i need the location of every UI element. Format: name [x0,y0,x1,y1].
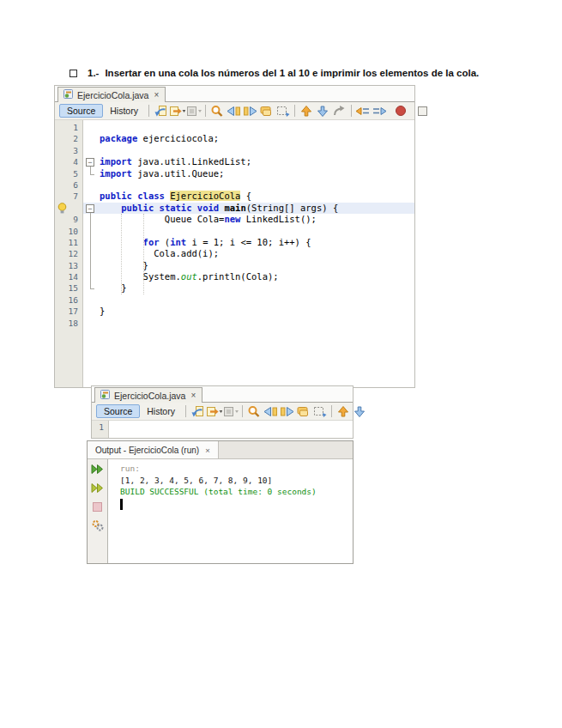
indent-guide [121,214,122,294]
next-bookmark-icon[interactable] [352,404,368,419]
rectangular-selection-icon[interactable] [275,104,291,118]
fold-margin [83,191,100,202]
code-line[interactable]: 11 for (int i = 1; i <= 10; i++) { [55,237,414,248]
toolbar-separator [331,405,332,417]
fold-margin [83,145,100,156]
find-previous-icon[interactable] [263,404,279,419]
previous-bookmark-icon[interactable] [335,404,352,419]
find-next-icon[interactable] [279,404,295,419]
line-number: 3 [55,145,83,156]
find-icon[interactable] [209,104,226,118]
line-number: 6 [55,179,83,191]
fold-margin [83,260,100,271]
code-text: } [100,282,127,294]
code-line-body: −import java.util.LinkedList; [83,156,414,167]
back-dropdown-icon[interactable] [206,404,222,419]
editor-first-line[interactable]: 1 [92,421,353,438]
code-line[interactable]: 3 [55,145,414,156]
output-console[interactable]: run:[1, 2, 3, 4, 5, 6, 7, 8, 9, 10]BUILD… [108,459,353,563]
fold-margin [83,306,100,317]
console-line: run: [120,463,353,475]
hint-lightbulb-icon[interactable] [55,203,83,214]
stop-build-icon[interactable] [91,500,105,513]
diff-dropdown-icon[interactable] [222,404,239,419]
editor-code-rows: 12package ejerciciocola;34−import java.u… [55,120,414,329]
output-tab-title: Output - EjercicioCola (run) [95,446,199,455]
find-icon[interactable] [246,404,263,419]
shift-line-left-icon[interactable] [355,104,372,118]
back-dropdown-icon[interactable] [169,104,185,118]
tab-label: EjercicioCola.java [77,90,148,100]
line-number: 10 [55,226,83,237]
fold-margin [83,214,100,225]
rectangular-selection-icon[interactable] [311,404,328,419]
toggle-highlight-icon[interactable] [295,404,311,419]
code-line[interactable]: 6 [55,179,414,191]
find-next-icon[interactable] [242,104,258,118]
re-run-icon[interactable] [91,463,105,475]
source-view-button[interactable]: Source [96,404,140,418]
toolbar-separator [242,405,243,417]
line-number: 18 [55,318,83,329]
build-settings-icon[interactable] [91,519,105,531]
fold-margin [83,226,100,237]
current-line-highlight: − public static void main(String[] args)… [83,203,414,214]
text-caret [120,499,123,510]
toolbar-icon-group [153,104,431,118]
code-line[interactable]: 7public class EjercicioCola { [55,191,414,202]
last-edit-position-icon[interactable] [190,404,206,419]
shift-line-right-icon[interactable] [372,104,388,118]
fold-margin[interactable]: − [83,156,100,167]
code-line[interactable]: 18 [55,318,414,329]
code-line[interactable]: 5import java.util.Queue; [55,168,414,179]
code-line[interactable]: 10 [55,226,414,237]
code-text: import java.util.LinkedList; [100,156,251,167]
line-number: 11 [55,237,83,248]
output-tab[interactable]: Output - EjercicioCola (run) × [88,441,219,458]
line-number: 14 [55,271,83,282]
next-bookmark-icon[interactable] [315,104,331,118]
code-line-body [83,145,414,156]
fold-margin[interactable]: − [83,203,100,214]
code-line[interactable]: 12 Cola.add(i); [55,248,414,259]
code-editor-area[interactable]: 12package ejerciciocola;34−import java.u… [55,120,414,387]
console-line: [1, 2, 3, 4, 5, 6, 7, 8, 9, 10] [120,475,353,487]
tab-close-icon[interactable]: × [190,391,196,400]
code-line[interactable]: 1 [55,122,414,133]
code-line-body: package ejerciciocola; [83,133,414,144]
tab-close-icon[interactable]: × [154,90,159,100]
fold-margin [83,294,100,306]
record-macro-icon[interactable] [393,104,409,118]
code-line[interactable]: 2package ejerciciocola; [55,133,414,144]
line-number: 1 [92,421,109,438]
code-line[interactable]: 16 [55,294,414,306]
code-line-body: Cola.add(i); [83,248,414,259]
code-line-body: System.out.println(Cola); [83,271,414,282]
code-line[interactable]: − public static void main(String[] args)… [55,203,414,214]
previous-bookmark-icon[interactable] [299,104,315,118]
history-view-button[interactable]: History [140,405,182,417]
source-view-button[interactable]: Source [59,104,103,118]
re-run-alt-icon[interactable] [91,482,105,494]
diff-dropdown-icon[interactable] [185,104,202,118]
code-text: Queue Cola=new LinkedList(); [100,214,317,225]
code-line[interactable]: 14 System.out.println(Cola); [55,271,414,282]
stop-macro-icon[interactable] [414,104,431,118]
console-line: BUILD SUCCESSFUL (total time: 0 seconds) [120,486,353,498]
code-line[interactable]: 9 Queue Cola=new LinkedList(); [55,214,414,225]
find-previous-icon[interactable] [226,104,242,118]
tab-ejerciciocola-java[interactable]: EjercicioCola.java × [57,87,166,102]
code-line-body [83,226,414,237]
code-line[interactable]: 4−import java.util.LinkedList; [55,156,414,167]
toggle-highlight-icon[interactable] [258,104,275,118]
history-view-button[interactable]: History [103,105,145,117]
code-line[interactable]: 15 } [55,282,414,294]
last-edit-position-icon[interactable] [153,104,169,118]
code-line[interactable]: 13 } [55,260,414,271]
tab-label: EjercicioCola.java [114,391,185,401]
tab-ejerciciocola-java[interactable]: EjercicioCola.java × [94,387,202,403]
code-line[interactable]: 17} [55,306,414,317]
output-close-icon[interactable]: × [205,446,210,455]
toggle-bookmark-icon[interactable] [331,104,347,118]
toolbar-separator [205,105,206,117]
